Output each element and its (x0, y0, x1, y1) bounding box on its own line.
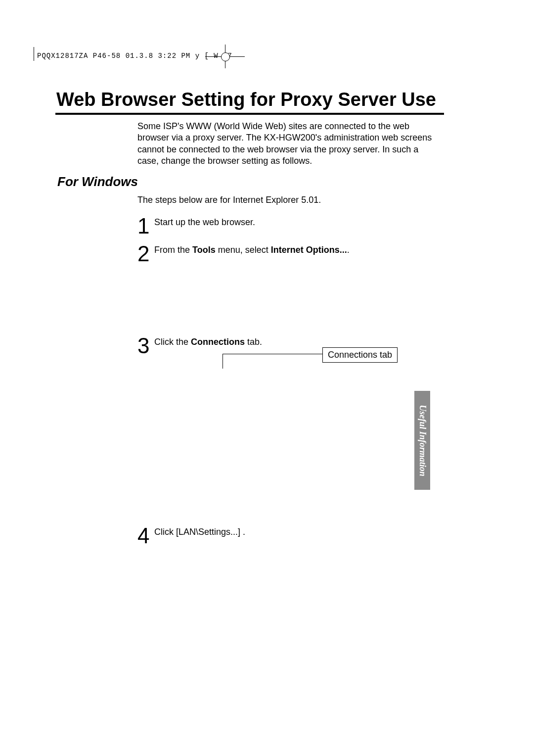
text-fragment: From the (154, 245, 192, 255)
step-number: 3 (137, 333, 149, 358)
callout-label: Connections tab (322, 347, 398, 363)
step-text: Click [LAN\Settings...] . (154, 526, 431, 538)
side-tab-label: Useful Information (417, 405, 428, 476)
callout-leader (222, 354, 223, 369)
text-fragment: Click the (154, 337, 191, 347)
section-heading: For Windows (57, 174, 138, 189)
page-title: Web Browser Setting for Proxy Server Use (56, 89, 436, 110)
text-fragment: tab. (245, 337, 262, 347)
step-number: 4 (137, 523, 149, 548)
bold-text: Connections (191, 337, 245, 347)
section-intro: The steps below are for Internet Explore… (137, 195, 321, 205)
side-tab: Useful Information (414, 391, 430, 490)
step-text: Click the Connections tab. (154, 336, 431, 348)
bold-text: Tools (192, 245, 216, 255)
text-fragment: . (347, 245, 350, 255)
step-number: 2 (137, 241, 149, 266)
callout-leader (222, 354, 322, 354)
print-header: PQQX12817ZA P46-58 01.3.8 3:22 PM y [ W … (37, 52, 232, 60)
step-text: Start up the web browser. (154, 217, 431, 228)
title-rule (55, 113, 444, 115)
crop-rule-left (34, 47, 34, 61)
step-number: 1 (137, 214, 149, 238)
step-text: From the Tools menu, select Internet Opt… (154, 244, 431, 256)
text-fragment: menu, select (216, 245, 271, 255)
registration-mark (215, 48, 235, 68)
bold-text: Internet Options... (271, 245, 347, 255)
intro-paragraph: Some ISP's WWW (World Wide Web) sites ar… (137, 121, 439, 167)
